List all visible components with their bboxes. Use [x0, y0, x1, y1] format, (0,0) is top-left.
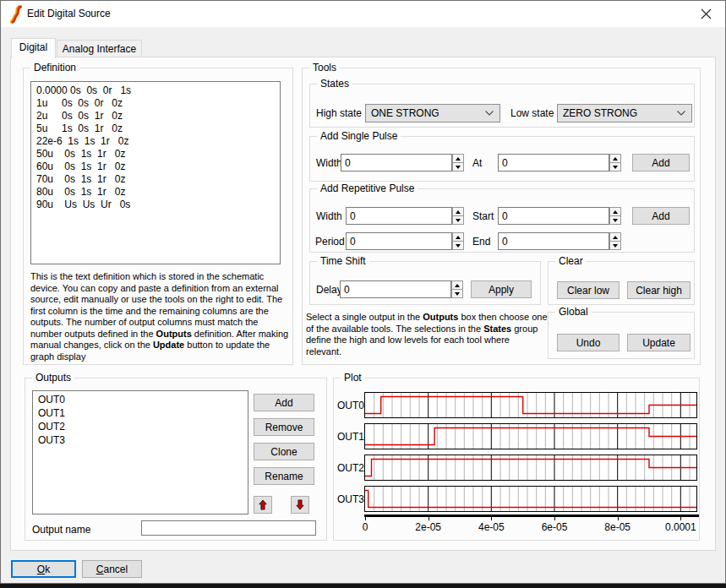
single-pulse-at-input[interactable] [498, 154, 609, 172]
clear-low-button[interactable]: Clear low [557, 281, 620, 299]
spin-down-button[interactable] [452, 216, 464, 225]
tools-note: Select a single output in the Outputs bo… [306, 312, 548, 357]
spin-down-button[interactable] [452, 242, 464, 250]
outputs-list[interactable]: OUT0OUT1OUT2OUT3 [32, 390, 248, 514]
app-logo-icon [9, 5, 25, 26]
spin-down-button[interactable] [451, 290, 463, 298]
chevron-down-icon [485, 111, 494, 116]
x-tick-label: 4e-05 [478, 521, 505, 533]
remove-output-button[interactable]: Remove [254, 418, 314, 436]
spin-up-button[interactable] [609, 207, 621, 216]
output-list-item[interactable]: OUT0 [33, 393, 248, 406]
rep-width-input[interactable] [346, 207, 452, 225]
x-tick-label: 2e-05 [415, 521, 441, 533]
spin-down-button[interactable] [609, 242, 621, 250]
output-name-input[interactable] [141, 520, 316, 536]
spin-down-icon [456, 219, 461, 222]
spin-down-button[interactable] [452, 163, 464, 172]
x-tick-label: 6e-05 [542, 521, 568, 533]
tab-page-digital: Definition 0.0000 0s 0s 0r 1s 1u 0s 0s 0… [10, 57, 716, 551]
rep-end-input[interactable] [498, 232, 609, 250]
output-list-item[interactable]: OUT2 [33, 420, 248, 433]
output-list-item[interactable]: OUT3 [33, 433, 248, 447]
spin-up-button[interactable] [452, 232, 464, 242]
move-down-button[interactable] [291, 496, 309, 514]
waveform-trace [365, 428, 696, 445]
wave-strip-out3 [364, 486, 697, 512]
spin-down-icon [455, 292, 460, 296]
x-axis-tick [680, 517, 681, 520]
high-state-label: High state [316, 107, 362, 119]
arrow-up-icon [257, 498, 269, 511]
wave-strip-out2 [364, 455, 697, 481]
spin-up-icon [613, 236, 618, 239]
rep-period-label: Period [315, 236, 345, 248]
clone-output-button[interactable]: Clone [254, 443, 314, 460]
spin-up-button[interactable] [609, 232, 621, 242]
rep-period-input[interactable] [346, 232, 452, 250]
spin-up-button[interactable] [609, 154, 621, 163]
spin-up-button[interactable] [452, 207, 464, 216]
undo-button[interactable]: Undo [557, 334, 620, 351]
x-tick-label: 0 [363, 521, 368, 533]
plot-group: Plot OUT0 OUT1 OUT2 OUT3 02e-054e-056e-0… [333, 378, 700, 541]
spin-down-button[interactable] [609, 163, 621, 172]
time-shift-group: Time Shift Delay Apply [309, 261, 541, 305]
single-pulse-width-input[interactable] [341, 154, 452, 172]
ok-button[interactable]: Ok [11, 560, 76, 578]
x-tick-label: 8e-05 [604, 521, 630, 533]
waveform-trace [365, 397, 696, 414]
definition-textarea[interactable]: 0.0000 0s 0s 0r 1s 1u 0s 0s 0r 0z 2u 0s … [30, 81, 281, 264]
background-behind-window [0, 584, 726, 588]
output-list-item[interactable]: OUT1 [33, 406, 248, 420]
tab-analog-interface[interactable]: Analog Interface [57, 40, 142, 57]
wave-label-out0: OUT0 [337, 400, 363, 411]
waveform-trace [365, 491, 696, 508]
update-button[interactable]: Update [627, 334, 691, 351]
add-single-pulse-button[interactable]: Add [632, 154, 690, 172]
x-axis-tick [554, 517, 555, 520]
cancel-button[interactable]: Cancel [82, 560, 142, 578]
repetitive-pulse-group-label: Add Repetitive Pulse [317, 182, 418, 195]
add-output-button[interactable]: Add [254, 394, 314, 411]
spin-up-button[interactable] [452, 154, 464, 163]
rep-width-label: Width [316, 210, 342, 222]
spin-down-icon [456, 244, 461, 248]
rep-start-input[interactable] [498, 207, 609, 225]
output-name-label: Output name [32, 524, 90, 536]
definition-group: Definition 0.0000 0s 0s 0r 1s 1u 0s 0s 0… [23, 68, 293, 365]
spin-down-icon [613, 219, 618, 222]
waveform-trace [365, 460, 696, 476]
x-tick-label: 0.0001 [665, 521, 696, 533]
rep-period-spinner [452, 232, 464, 250]
single-pulse-width-label: Width [316, 157, 342, 169]
x-axis-tick [429, 517, 429, 520]
spin-down-icon [613, 166, 618, 169]
tools-group: Tools States High state ONE STRONG Low s… [302, 68, 701, 365]
clear-high-button[interactable]: Clear high [627, 281, 691, 299]
apply-button[interactable]: Apply [471, 280, 532, 298]
close-button[interactable] [693, 5, 718, 23]
chevron-down-icon [677, 111, 685, 116]
single-pulse-at-label: At [472, 157, 482, 169]
close-icon [701, 8, 712, 19]
spin-up-button[interactable] [451, 280, 463, 290]
states-group: States High state ONE STRONG Low state Z… [309, 84, 695, 128]
rename-output-button[interactable]: Rename [254, 467, 314, 485]
high-state-select[interactable]: ONE STRONG [365, 104, 500, 122]
repetitive-pulse-group: Add Repetitive Pulse Width Start Add Per… [309, 188, 695, 253]
spin-up-icon [456, 236, 461, 239]
delay-input[interactable] [340, 280, 451, 298]
time-shift-group-label: Time Shift [317, 255, 369, 268]
window-title: Edit Digital Source [27, 8, 111, 19]
low-state-label: Low state [510, 107, 554, 119]
low-state-select[interactable]: ZERO STRONG [557, 104, 692, 122]
title-bar: Edit Digital Source [1, 1, 725, 27]
spin-up-icon [613, 157, 618, 161]
spin-down-icon [456, 166, 461, 169]
rep-start-label: Start [472, 210, 494, 222]
tab-digital[interactable]: Digital [11, 38, 56, 58]
add-repetitive-pulse-button[interactable]: Add [632, 207, 690, 225]
move-up-button[interactable] [254, 496, 272, 514]
spin-down-button[interactable] [609, 216, 621, 225]
